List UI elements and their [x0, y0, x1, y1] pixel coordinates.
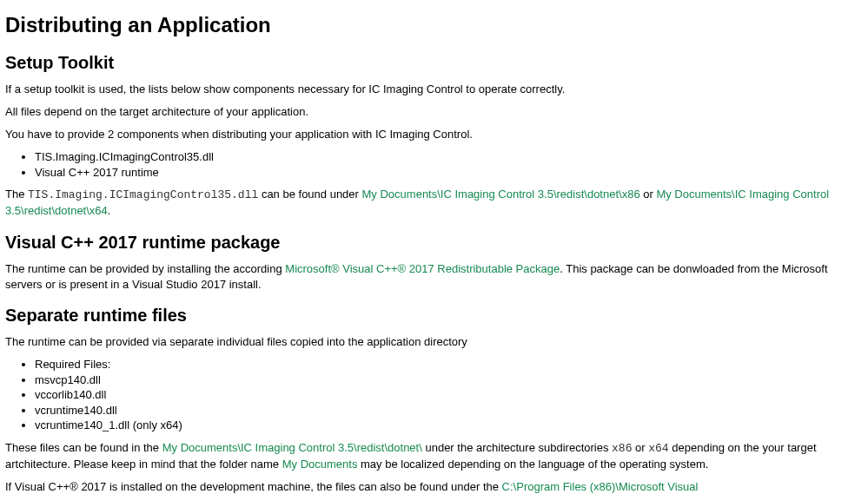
text: or — [640, 188, 657, 201]
text: or — [632, 441, 648, 454]
text: can be found under — [258, 188, 361, 201]
text: under the architecture subdirectories — [422, 441, 612, 454]
list-item: Required Files: — [35, 357, 863, 372]
section-heading-vc-runtime: Visual C++ 2017 runtime package — [5, 230, 863, 254]
code-dll-name: TIS.Imaging.ICImagingControl35.dll — [28, 188, 258, 201]
paragraph: All files depend on the target architect… — [5, 104, 863, 120]
text: may be localized depending on the langua… — [357, 458, 708, 471]
paragraph: These files can be found in the My Docum… — [5, 440, 863, 472]
list-item: vccorlib140.dll — [35, 387, 863, 403]
text: These files can be found in the — [5, 441, 162, 454]
page-title: Distributing an Application — [5, 10, 863, 40]
text: . — [108, 204, 111, 217]
code-arch-x64: x64 — [648, 442, 668, 455]
list-item: msvcp140.dll — [35, 372, 863, 388]
list-item: vcruntime140_1.dll (only x64) — [35, 418, 863, 433]
paragraph: If a setup toolkit is used, the lists be… — [5, 82, 863, 97]
required-files-list: Required Files: msvcp140.dll vccorlib140… — [5, 357, 863, 433]
list-item: Visual C++ 2017 runtime — [35, 165, 863, 181]
paragraph: If Visual C++® 2017 is installed on the … — [5, 479, 863, 494]
paragraph: You have to provide 2 components when di… — [5, 127, 863, 142]
text: The — [5, 188, 28, 201]
path-link-x86[interactable]: My Documents\IC Imaging Control 3.5\redi… — [362, 188, 640, 201]
code-arch-x86: x86 — [612, 442, 632, 455]
section-heading-separate-files: Separate runtime files — [5, 303, 863, 327]
paragraph: The TIS.Imaging.ICImagingControl35.dll c… — [5, 187, 863, 219]
path-link-redist[interactable]: My Documents\IC Imaging Control 3.5\redi… — [162, 441, 422, 454]
link-vc-redist[interactable]: Microsoft® Visual C++® 2017 Redistributa… — [285, 262, 560, 275]
path-link-mydocs[interactable]: My Documents — [282, 458, 358, 471]
list-item: vcruntime140.dll — [35, 403, 863, 418]
paragraph: The runtime can be provided by installin… — [5, 261, 863, 293]
text: If Visual C++® 2017 is installed on the … — [5, 480, 502, 493]
component-list: TIS.Imaging.ICImagingControl35.dll Visua… — [5, 149, 863, 180]
list-item: TIS.Imaging.ICImagingControl35.dll — [35, 149, 863, 165]
section-heading-setup-toolkit: Setup Toolkit — [5, 50, 863, 75]
text: The runtime can be provided by installin… — [5, 262, 285, 275]
paragraph: The runtime can be provided via separate… — [5, 334, 863, 350]
